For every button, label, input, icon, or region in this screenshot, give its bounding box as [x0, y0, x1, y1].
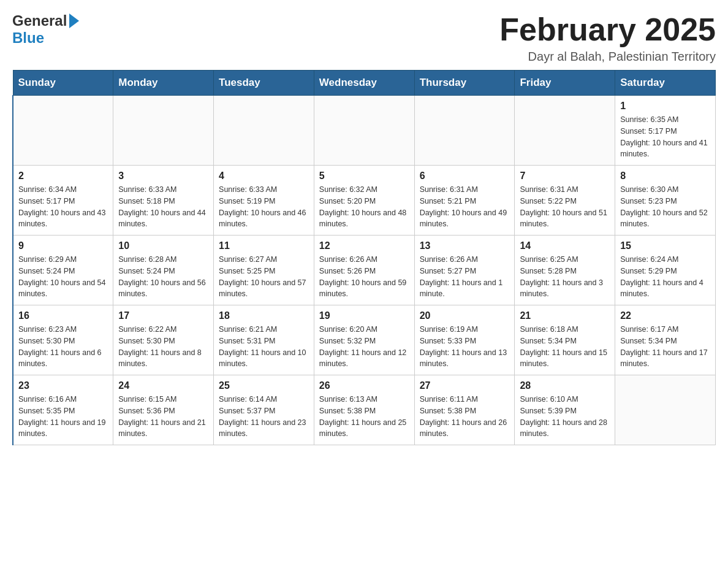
month-title: February 2025 — [499, 12, 716, 47]
week-row-5: 23Sunrise: 6:16 AMSunset: 5:35 PMDayligh… — [13, 375, 716, 445]
calendar-cell: 10Sunrise: 6:28 AMSunset: 5:24 PMDayligh… — [113, 236, 214, 305]
day-info: Sunrise: 6:26 AMSunset: 5:27 PMDaylight:… — [420, 254, 510, 300]
day-info: Sunrise: 6:14 AMSunset: 5:37 PMDaylight:… — [219, 394, 309, 440]
day-info: Sunrise: 6:15 AMSunset: 5:36 PMDaylight:… — [118, 394, 208, 440]
calendar-cell: 22Sunrise: 6:17 AMSunset: 5:34 PMDayligh… — [615, 305, 716, 375]
weekday-header-wednesday: Wednesday — [314, 71, 414, 96]
weekday-header-tuesday: Tuesday — [214, 71, 314, 96]
calendar-cell: 2Sunrise: 6:34 AMSunset: 5:17 PMDaylight… — [13, 166, 113, 236]
day-info: Sunrise: 6:31 AMSunset: 5:21 PMDaylight:… — [420, 184, 510, 230]
day-number: 11 — [219, 240, 309, 251]
day-number: 4 — [219, 170, 309, 182]
calendar-cell: 23Sunrise: 6:16 AMSunset: 5:35 PMDayligh… — [13, 375, 113, 445]
day-number: 14 — [520, 240, 610, 251]
calendar-cell: 9Sunrise: 6:29 AMSunset: 5:24 PMDaylight… — [13, 236, 113, 305]
day-info: Sunrise: 6:28 AMSunset: 5:24 PMDaylight:… — [118, 254, 208, 300]
day-number: 27 — [420, 380, 510, 391]
weekday-header-friday: Friday — [515, 71, 615, 96]
calendar-cell: 26Sunrise: 6:13 AMSunset: 5:38 PMDayligh… — [314, 375, 414, 445]
day-number: 21 — [520, 310, 610, 321]
logo-general-text: General — [12, 12, 67, 29]
calendar-cell — [615, 375, 716, 445]
calendar-cell: 1Sunrise: 6:35 AMSunset: 5:17 PMDaylight… — [615, 96, 716, 166]
day-number: 5 — [319, 170, 409, 182]
day-number: 3 — [118, 170, 208, 182]
day-number: 24 — [118, 380, 208, 391]
day-info: Sunrise: 6:27 AMSunset: 5:25 PMDaylight:… — [219, 254, 309, 300]
day-info: Sunrise: 6:23 AMSunset: 5:30 PMDaylight:… — [18, 324, 108, 370]
week-row-3: 9Sunrise: 6:29 AMSunset: 5:24 PMDaylight… — [13, 236, 716, 305]
calendar-cell: 8Sunrise: 6:30 AMSunset: 5:23 PMDaylight… — [615, 166, 716, 236]
day-info: Sunrise: 6:22 AMSunset: 5:30 PMDaylight:… — [118, 324, 208, 370]
day-info: Sunrise: 6:24 AMSunset: 5:29 PMDaylight:… — [620, 254, 710, 300]
day-number: 10 — [118, 240, 208, 251]
calendar-cell — [314, 96, 414, 166]
calendar-cell: 14Sunrise: 6:25 AMSunset: 5:28 PMDayligh… — [515, 236, 615, 305]
calendar-cell: 18Sunrise: 6:21 AMSunset: 5:31 PMDayligh… — [214, 305, 314, 375]
calendar-cell: 7Sunrise: 6:31 AMSunset: 5:22 PMDaylight… — [515, 166, 615, 236]
calendar-cell: 25Sunrise: 6:14 AMSunset: 5:37 PMDayligh… — [214, 375, 314, 445]
day-number: 20 — [420, 310, 510, 321]
calendar-cell: 4Sunrise: 6:33 AMSunset: 5:19 PMDaylight… — [214, 166, 314, 236]
calendar-cell: 17Sunrise: 6:22 AMSunset: 5:30 PMDayligh… — [113, 305, 214, 375]
calendar-cell: 20Sunrise: 6:19 AMSunset: 5:33 PMDayligh… — [414, 305, 515, 375]
logo-arrow-icon — [69, 13, 79, 28]
day-info: Sunrise: 6:10 AMSunset: 5:39 PMDaylight:… — [520, 394, 610, 440]
day-info: Sunrise: 6:34 AMSunset: 5:17 PMDaylight:… — [18, 184, 108, 230]
day-info: Sunrise: 6:16 AMSunset: 5:35 PMDaylight:… — [18, 394, 108, 440]
day-number: 12 — [319, 240, 409, 251]
day-info: Sunrise: 6:17 AMSunset: 5:34 PMDaylight:… — [620, 324, 710, 370]
day-info: Sunrise: 6:20 AMSunset: 5:32 PMDaylight:… — [319, 324, 409, 370]
weekday-header-thursday: Thursday — [414, 71, 515, 96]
day-info: Sunrise: 6:32 AMSunset: 5:20 PMDaylight:… — [319, 184, 409, 230]
day-info: Sunrise: 6:33 AMSunset: 5:19 PMDaylight:… — [219, 184, 309, 230]
weekday-header-sunday: Sunday — [13, 71, 113, 96]
day-number: 1 — [620, 101, 710, 112]
day-info: Sunrise: 6:25 AMSunset: 5:28 PMDaylight:… — [520, 254, 610, 300]
week-row-4: 16Sunrise: 6:23 AMSunset: 5:30 PMDayligh… — [13, 305, 716, 375]
calendar-cell — [515, 96, 615, 166]
day-number: 17 — [118, 310, 208, 321]
day-number: 18 — [219, 310, 309, 321]
day-info: Sunrise: 6:33 AMSunset: 5:18 PMDaylight:… — [118, 184, 208, 230]
calendar-cell: 15Sunrise: 6:24 AMSunset: 5:29 PMDayligh… — [615, 236, 716, 305]
day-number: 19 — [319, 310, 409, 321]
weekday-header-monday: Monday — [113, 71, 214, 96]
day-number: 15 — [620, 240, 710, 251]
day-number: 6 — [420, 170, 510, 182]
calendar-cell: 13Sunrise: 6:26 AMSunset: 5:27 PMDayligh… — [414, 236, 515, 305]
day-number: 26 — [319, 380, 409, 391]
day-info: Sunrise: 6:21 AMSunset: 5:31 PMDaylight:… — [219, 324, 309, 370]
day-info: Sunrise: 6:11 AMSunset: 5:38 PMDaylight:… — [420, 394, 510, 440]
day-number: 9 — [18, 240, 108, 251]
calendar-cell: 24Sunrise: 6:15 AMSunset: 5:36 PMDayligh… — [113, 375, 214, 445]
location-title: Dayr al Balah, Palestinian Territory — [499, 50, 716, 64]
calendar-cell: 21Sunrise: 6:18 AMSunset: 5:34 PMDayligh… — [515, 305, 615, 375]
day-info: Sunrise: 6:13 AMSunset: 5:38 PMDaylight:… — [319, 394, 409, 440]
page-header: General Blue February 2025 Dayr al Balah… — [12, 12, 716, 64]
calendar-cell: 19Sunrise: 6:20 AMSunset: 5:32 PMDayligh… — [314, 305, 414, 375]
weekday-header-row: SundayMondayTuesdayWednesdayThursdayFrid… — [13, 71, 716, 96]
day-number: 28 — [520, 380, 610, 391]
day-number: 13 — [420, 240, 510, 251]
calendar-cell: 28Sunrise: 6:10 AMSunset: 5:39 PMDayligh… — [515, 375, 615, 445]
calendar-cell — [13, 96, 113, 166]
day-number: 2 — [18, 170, 108, 182]
calendar-cell — [414, 96, 515, 166]
day-info: Sunrise: 6:29 AMSunset: 5:24 PMDaylight:… — [18, 254, 108, 300]
calendar-cell: 11Sunrise: 6:27 AMSunset: 5:25 PMDayligh… — [214, 236, 314, 305]
calendar-cell: 3Sunrise: 6:33 AMSunset: 5:18 PMDaylight… — [113, 166, 214, 236]
day-number: 8 — [620, 170, 710, 182]
day-number: 23 — [18, 380, 108, 391]
day-number: 22 — [620, 310, 710, 321]
calendar-table: SundayMondayTuesdayWednesdayThursdayFrid… — [12, 70, 716, 445]
calendar-cell: 27Sunrise: 6:11 AMSunset: 5:38 PMDayligh… — [414, 375, 515, 445]
day-number: 7 — [520, 170, 610, 182]
weekday-header-saturday: Saturday — [615, 71, 716, 96]
title-section: February 2025 Dayr al Balah, Palestinian… — [499, 12, 716, 64]
day-info: Sunrise: 6:18 AMSunset: 5:34 PMDaylight:… — [520, 324, 610, 370]
calendar-cell — [113, 96, 214, 166]
day-number: 16 — [18, 310, 108, 321]
logo: General Blue — [12, 12, 79, 47]
week-row-1: 1Sunrise: 6:35 AMSunset: 5:17 PMDaylight… — [13, 96, 716, 166]
